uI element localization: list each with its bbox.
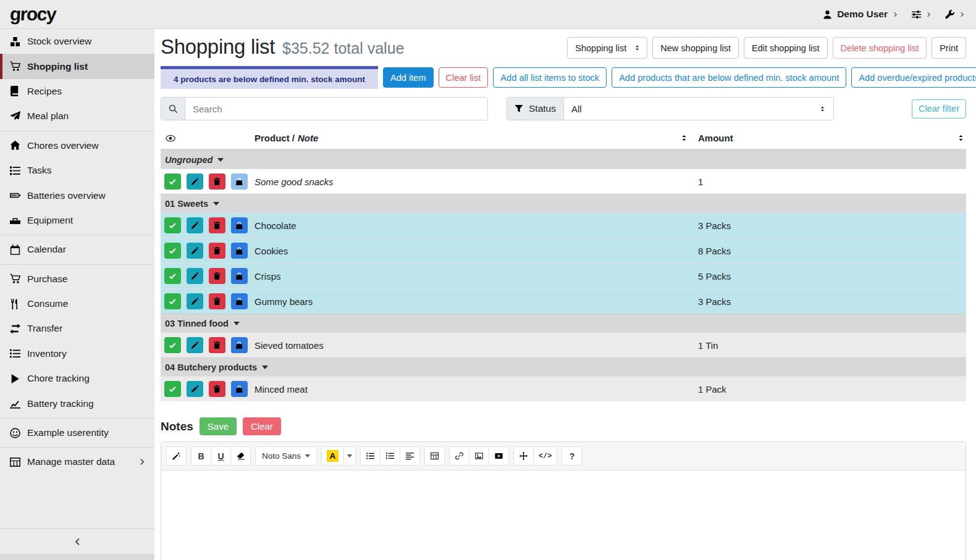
admin-tools-menu[interactable] [945, 10, 965, 19]
shopping-list-select[interactable]: Shopping list [567, 37, 647, 59]
add-to-stock-button[interactable] [231, 293, 248, 309]
mark-done-button[interactable] [164, 293, 181, 309]
add-to-stock-button[interactable] [231, 381, 248, 397]
notes-clear-button[interactable]: Clear [243, 417, 281, 435]
insert-link-button[interactable] [449, 446, 469, 466]
status-select[interactable]: All [564, 98, 833, 120]
delete-item-button[interactable] [209, 381, 225, 397]
edit-item-button[interactable] [187, 337, 203, 353]
sidebar-item-battery-tracking[interactable]: Battery tracking [0, 391, 154, 416]
editor-help-button[interactable]: ? [562, 446, 582, 466]
sidebar-item-calendar[interactable]: Calendar [0, 237, 154, 262]
unordered-list-button[interactable] [360, 446, 381, 466]
notes-save-button[interactable]: Save [200, 417, 237, 435]
edit-item-button[interactable] [187, 268, 203, 284]
mark-done-button[interactable] [164, 337, 181, 353]
font-family-button[interactable]: Noto Sans [255, 446, 317, 466]
mark-done-button[interactable] [164, 217, 181, 233]
add-all-to-stock-button[interactable]: Add all list items to stock [493, 67, 607, 88]
code-view-button[interactable]: </> [533, 446, 558, 466]
mark-done-button[interactable] [164, 243, 181, 259]
bold-button[interactable]: B [191, 446, 211, 466]
add-below-min-button[interactable]: Add products that are below defined min.… [612, 67, 846, 88]
print-button[interactable]: Print [932, 37, 966, 59]
add-overdue-button[interactable]: Add overdue/expired products [851, 67, 976, 88]
sidebar-item-inventory[interactable]: Inventory [0, 341, 154, 366]
mark-done-button[interactable] [164, 173, 181, 190]
sidebar-item-example-userentity[interactable]: Example userentity [0, 420, 154, 445]
sort-icon[interactable] [957, 134, 965, 142]
below-min-stock-banner[interactable]: 4 products are below defined min. stock … [161, 66, 378, 89]
sidebar-item-transfer[interactable]: Transfer [0, 316, 154, 341]
paragraph-button[interactable] [400, 446, 420, 466]
insert-table-button[interactable] [424, 446, 445, 466]
tasks-icon [10, 165, 20, 176]
video-icon [495, 452, 503, 460]
sidebar-item-consume[interactable]: Consume [0, 291, 154, 316]
grocy-logo[interactable]: grocy [9, 4, 56, 25]
sidebar-item-purchase[interactable]: Purchase [0, 267, 154, 291]
delete-item-button[interactable] [209, 268, 225, 284]
sidebar-item-chore-tracking[interactable]: Chore tracking [0, 366, 154, 391]
edit-item-button[interactable] [187, 173, 203, 190]
sidebar-item-chores-overview[interactable]: Chores overview [0, 133, 154, 158]
insert-image-button[interactable] [469, 446, 489, 466]
clear-filter-button[interactable]: Clear filter [912, 99, 966, 119]
sidebar-item-tasks[interactable]: Tasks [0, 158, 154, 183]
toggle-done-items-button[interactable] [161, 133, 175, 143]
new-shopping-list-button[interactable]: New shopping list [652, 37, 739, 59]
mark-done-button[interactable] [164, 268, 181, 284]
clear-format-button[interactable] [230, 446, 251, 466]
status-label: Status [529, 103, 556, 114]
delete-item-button[interactable] [209, 293, 225, 309]
sort-icon[interactable] [680, 134, 688, 142]
search-input[interactable] [185, 98, 487, 120]
group-header-tinned-food[interactable]: 03 Tinned food [161, 314, 966, 332]
sidebar-item-equipment[interactable]: Equipment [0, 208, 154, 233]
add-to-stock-button[interactable] [231, 337, 248, 353]
edit-item-button[interactable] [187, 217, 203, 233]
settings-menu[interactable] [912, 10, 932, 19]
smile-icon [10, 428, 20, 438]
magic-style-button[interactable] [166, 446, 187, 466]
trash-icon [213, 298, 221, 306]
add-item-button[interactable]: Add item [383, 67, 434, 88]
sidebar-item-meal-plan[interactable]: Meal plan [0, 104, 154, 128]
delete-item-button[interactable] [209, 173, 225, 190]
edit-item-button[interactable] [187, 293, 203, 309]
sidebar-item-recipes[interactable]: Recipes [0, 79, 154, 104]
sidebar-collapse-button[interactable] [0, 529, 154, 554]
add-to-stock-button[interactable] [231, 268, 248, 284]
notes-edit-area[interactable] [161, 470, 965, 560]
user-menu[interactable]: Demo User [823, 9, 898, 20]
insert-video-button[interactable] [489, 446, 509, 466]
check-icon [169, 385, 177, 393]
column-header-amount[interactable]: Amount [698, 133, 966, 143]
sidebar-nav: Stock overview Shopping list Recipes Mea… [0, 29, 154, 560]
group-header-sweets[interactable]: 01 Sweets [161, 194, 966, 212]
fullscreen-button[interactable] [513, 446, 534, 466]
text-color-button[interactable]: A [321, 446, 344, 466]
add-to-stock-button[interactable] [231, 243, 248, 259]
delete-item-button[interactable] [209, 243, 225, 259]
sidebar-item-shopping-list[interactable]: Shopping list [0, 54, 154, 78]
sidebar-item-stock-overview[interactable]: Stock overview [0, 29, 154, 54]
add-to-stock-button[interactable] [231, 217, 248, 233]
edit-item-button[interactable] [187, 381, 203, 397]
text-color-dropdown-button[interactable] [343, 446, 356, 466]
edit-shopping-list-button[interactable]: Edit shopping list [744, 37, 828, 59]
delete-item-button[interactable] [209, 217, 225, 233]
group-header-ungrouped[interactable]: Ungrouped [161, 150, 966, 169]
clear-list-button[interactable]: Clear list [439, 67, 489, 88]
group-header-butchery[interactable]: 04 Butchery products [161, 357, 966, 376]
delete-item-button[interactable] [209, 337, 225, 353]
underline-button[interactable]: U [211, 446, 231, 466]
column-header-product[interactable]: Product / Note [255, 133, 698, 143]
mark-done-button[interactable] [164, 381, 181, 397]
ordered-list-button[interactable] [380, 446, 400, 466]
delete-shopping-list-button[interactable]: Delete shopping list [833, 37, 927, 59]
sidebar-item-batteries-overview[interactable]: Batteries overview [0, 183, 154, 207]
edit-item-button[interactable] [187, 243, 203, 259]
pencil-icon [191, 341, 199, 349]
sidebar-item-manage-master-data[interactable]: Manage master data [0, 449, 154, 474]
